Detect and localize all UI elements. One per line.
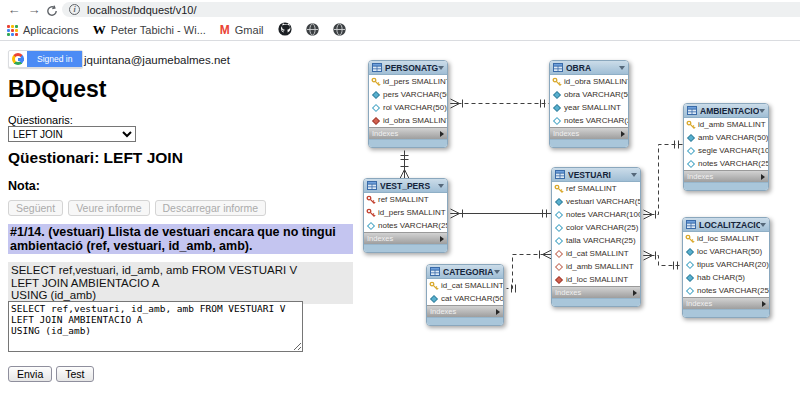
field-text: obra VARCHAR(50) [564,90,628,99]
field-row: year SMALLINT [550,101,628,114]
db-table-vestuari: VESTUARIref SMALLINTvestuari VARCHAR(50)… [551,167,641,307]
db-table-ambientacio: AMBIENTACIOid_amb SMALLINTamb VARCHAR(50… [683,103,769,191]
field-text: year SMALLINT [564,103,621,112]
field-text: talla VARCHAR(25) [566,236,636,245]
pk-icon [552,77,562,87]
table-name: LOCALITZACIO [699,220,760,230]
req-icon [554,197,564,207]
field-row: notes VARCHAR(255) [684,157,768,170]
field-row: notes VARCHAR(255) [683,284,769,297]
field-text: loc VARCHAR(50) [697,247,762,256]
field-row: loc VARCHAR(50) [683,245,769,258]
indexes-footer: Indexes [369,127,447,139]
pkfk-icon [366,195,376,205]
db-table-vest_pers: VEST_PERSref SMALLINTid_pers SMALLINTnot… [363,178,448,253]
fkreq-icon [371,116,381,126]
pk-icon [371,77,381,87]
field-row: id_amb SMALLINT [684,118,768,131]
field-text: ref SMALLINT [378,195,429,204]
field-row: ref SMALLINT [552,182,640,195]
pk-icon [554,184,564,194]
field-row: pers VARCHAR(50) [369,88,447,101]
req-icon [685,273,695,283]
field-row: color VARCHAR(25) [552,221,640,234]
indexes-footer: Indexes [683,297,769,309]
table-bottom-strip [552,298,640,306]
field-text: rol VARCHAR(50) [383,103,447,112]
table-icon [687,106,697,115]
fkreq-icon [554,275,564,285]
collapse-arrow-icon [494,270,500,274]
table-header: CATEGORIA [427,265,503,279]
field-row: id_pers SMALLINT [369,75,447,88]
table-icon [430,267,440,276]
expand-arrow-icon [496,309,500,315]
table-icon [686,220,696,229]
table-header: VESTUARI [552,168,640,182]
field-row: notes VARCHAR(100) [552,208,640,221]
table-header: PERSONATGE [369,61,447,75]
collapse-arrow-icon [631,173,637,177]
field-row: id_loc SMALLINT [552,273,640,286]
field-text: id_cat SMALLINT [566,249,629,258]
db-table-obra: OBRAid_obra SMALLINTobra VARCHAR(50)year… [549,60,629,148]
table-bottom-strip [364,244,447,252]
table-name: AMBIENTACIO [700,106,759,116]
indexes-footer: Indexes [550,127,628,139]
indexes-footer: Indexes [684,170,768,182]
field-text: segle VARCHAR(10) [698,146,768,155]
table-bottom-strip [683,309,769,317]
field-row: tipus VARCHAR(20) [683,258,769,271]
opt-icon [686,159,696,169]
field-row: id_amb SMALLINT [552,260,640,273]
opt-icon [685,260,695,270]
opt-icon [371,103,381,113]
pk-icon [429,281,439,291]
table-name: CATEGORIA [443,267,494,277]
table-icon [555,170,565,179]
db-table-categoria: CATEGORIAid_cat SMALLINTcat VARCHAR(50)I… [426,264,504,326]
fkopt-icon [554,249,564,259]
field-row: ref SMALLINT [364,193,447,206]
field-row: notes VARCHAR(255) [550,114,628,127]
collapse-arrow-icon [759,109,765,113]
table-bottom-strip [427,317,503,325]
indexes-label: Indexes [555,288,581,297]
opt-icon [686,146,696,156]
table-header: VEST_PERS [364,179,447,193]
table-name: OBRA [566,63,619,73]
field-row: amb VARCHAR(50) [684,131,768,144]
req-icon [552,90,562,100]
indexes-label: Indexes [372,129,398,138]
indexes-label: Indexes [367,234,393,243]
field-text: id_cat SMALLINT [441,281,503,290]
field-row: id_obra SMALLINT [550,75,628,88]
table-name: VESTUARI [568,170,631,180]
db-table-localitzacio: LOCALITZACIOid_loc SMALLINTloc VARCHAR(5… [682,217,770,318]
table-header: AMBIENTACIO [684,104,768,118]
req-icon [429,294,439,304]
field-row: talla VARCHAR(25) [552,234,640,247]
browser-window: ← → i localhost/bdquest/v10/ Aplicacions… [0,0,800,405]
field-row: rol VARCHAR(50) [369,101,447,114]
expand-arrow-icon [621,131,625,137]
req-icon [685,247,695,257]
indexes-label: Indexes [553,129,579,138]
indexes-label: Indexes [687,172,713,181]
field-text: notes VARCHAR(255) [564,116,628,125]
field-text: cat VARCHAR(50) [441,294,503,303]
field-text: notes VARCHAR(255) [378,221,447,230]
req-icon [552,103,562,113]
field-text: id_obra SMALLINT [383,116,447,125]
opt-icon [554,236,564,246]
fkopt-icon [554,262,564,272]
field-row: id_obra SMALLINT [369,114,447,127]
req-icon [686,133,696,143]
field-row: id_pers SMALLINT [364,206,447,219]
pk-icon [685,234,695,244]
expand-arrow-icon [440,131,444,137]
table-header: OBRA [550,61,628,75]
field-row: vestuari VARCHAR(50) [552,195,640,208]
field-text: id_loc SMALLINT [697,234,759,243]
indexes-label: Indexes [686,299,712,308]
